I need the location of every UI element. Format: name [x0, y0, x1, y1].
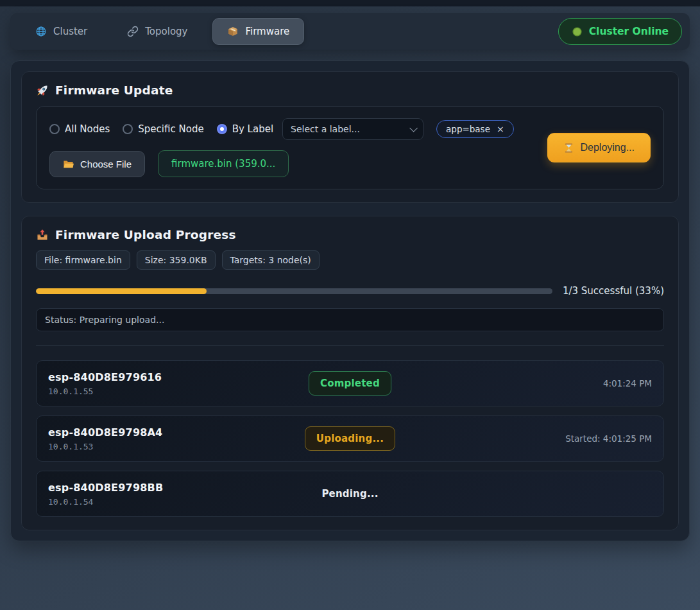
node-name: esp-840D8E9798BB	[48, 482, 321, 494]
upload-progress-card: Firmware Upload Progress File: firmware.…	[21, 216, 679, 530]
node-row: esp-840D8E9798A4 10.0.1.53 Uploading... …	[36, 415, 664, 462]
top-nav: Cluster Topology Firmware Cluster Online	[10, 13, 690, 50]
progress-label: 1/3 Successful (33%)	[563, 285, 664, 297]
node-status-badge: Completed	[309, 371, 391, 396]
radio-label: By Label	[232, 123, 273, 135]
node-status-badge: Uploading...	[305, 426, 395, 451]
node-identity: esp-840D8E9798A4 10.0.1.53	[48, 426, 305, 451]
progress-row: 1/3 Successful (33%)	[36, 285, 664, 297]
tab-label: Topology	[145, 26, 187, 37]
target-select-row: All Nodes Specific Node By Label Select …	[49, 118, 532, 140]
tab-label: Cluster	[53, 26, 87, 37]
green-dot-icon	[572, 26, 583, 37]
tab-cluster[interactable]: Cluster	[21, 18, 102, 45]
page-top-strip	[0, 0, 700, 6]
upload-status-text: Status: Preparing upload...	[45, 315, 164, 325]
node-name: esp-840D8E9798A4	[48, 426, 305, 439]
choose-file-label: Choose File	[80, 159, 132, 170]
progress-track	[36, 288, 552, 294]
node-ip: 10.0.1.53	[48, 442, 305, 451]
tab-firmware[interactable]: Firmware	[212, 18, 304, 45]
upload-progress-title: Firmware Upload Progress	[36, 228, 664, 241]
node-identity: esp-840D8E9798BB 10.0.1.54	[48, 482, 321, 507]
main-content: Firmware Update All Nodes Specific Node …	[10, 60, 690, 541]
node-time: 4:01:24 PM	[603, 378, 652, 388]
card-title-text: Firmware Upload Progress	[55, 228, 236, 241]
cluster-status-badge: Cluster Online	[558, 18, 682, 45]
node-ip: 10.0.1.55	[48, 387, 309, 396]
package-icon	[227, 26, 239, 37]
tab-topology[interactable]: Topology	[112, 18, 202, 45]
deploy-button[interactable]: Deploying...	[547, 133, 651, 162]
selected-file-label: firmware.bin (359.0...	[158, 150, 289, 177]
upload-meta-row: File: firmware.bin Size: 359.0KB Targets…	[36, 250, 664, 270]
file-row: Choose File firmware.bin (359.0...	[49, 150, 532, 177]
radio-label: All Nodes	[65, 123, 110, 135]
close-icon[interactable]: ×	[497, 124, 504, 134]
size-badge: Size: 359.0KB	[137, 250, 216, 270]
node-time: Started: 4:01:25 PM	[565, 433, 652, 444]
hourglass-icon	[563, 143, 574, 153]
radio-label: Specific Node	[138, 123, 203, 135]
label-chip-text: app=base	[446, 124, 490, 134]
cluster-status-label: Cluster Online	[589, 26, 669, 37]
node-status-badge: Pending...	[321, 482, 378, 505]
rocket-icon	[36, 84, 49, 97]
firmware-update-card: Firmware Update All Nodes Specific Node …	[21, 71, 679, 203]
upload-tray-icon	[36, 229, 49, 241]
node-identity: esp-840D8E979616 10.0.1.55	[48, 371, 309, 396]
radio-dot[interactable]	[49, 124, 60, 134]
globe-icon	[35, 26, 47, 37]
section-divider	[36, 345, 664, 346]
node-ip: 10.0.1.54	[48, 497, 321, 507]
card-title-text: Firmware Update	[55, 83, 173, 97]
label-select[interactable]: Select a label...	[282, 118, 423, 140]
file-badge: File: firmware.bin	[36, 250, 130, 270]
choose-file-button[interactable]: Choose File	[49, 151, 145, 177]
label-select-value: Select a label...	[291, 124, 360, 134]
deploy-button-label: Deploying...	[581, 142, 635, 153]
node-row: esp-840D8E979616 10.0.1.55 Completed 4:0…	[36, 360, 664, 406]
deploy-controls: All Nodes Specific Node By Label Select …	[49, 118, 532, 177]
progress-fill	[36, 288, 207, 294]
radio-by-label[interactable]: By Label	[217, 123, 273, 135]
node-name: esp-840D8E979616	[48, 371, 309, 383]
radio-dot[interactable]	[123, 124, 133, 134]
label-chip[interactable]: app=base ×	[436, 120, 514, 138]
radio-all-nodes[interactable]: All Nodes	[49, 123, 110, 135]
link-icon	[127, 26, 139, 37]
radio-dot[interactable]	[217, 124, 227, 134]
targets-badge: Targets: 3 node(s)	[222, 250, 320, 270]
folder-icon	[63, 159, 74, 170]
node-row: esp-840D8E9798BB 10.0.1.54 Pending...	[36, 471, 664, 517]
chevron-down-icon	[409, 124, 418, 132]
radio-specific-node[interactable]: Specific Node	[123, 123, 203, 135]
firmware-update-title: Firmware Update	[36, 83, 664, 97]
tab-label: Firmware	[245, 26, 289, 37]
upload-status-box: Status: Preparing upload...	[36, 308, 664, 331]
deploy-panel: All Nodes Specific Node By Label Select …	[36, 106, 664, 189]
